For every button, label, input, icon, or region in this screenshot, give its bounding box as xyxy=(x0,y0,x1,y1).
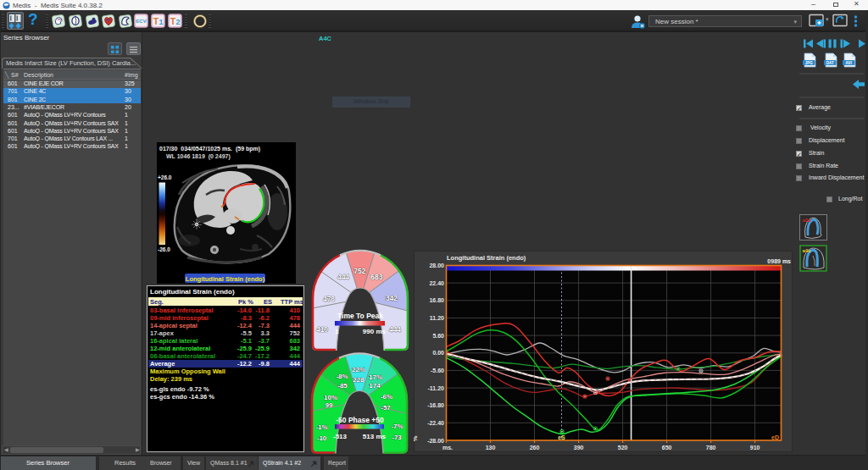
svg-text:-85: -85 xyxy=(337,382,348,390)
svg-text:-513: -513 xyxy=(333,433,348,440)
svg-text:0989 ms: 0989 ms xyxy=(767,258,791,264)
svg-text:10%: 10% xyxy=(324,394,337,401)
svg-text:683: 683 xyxy=(370,273,382,281)
svg-text:5.60: 5.60 xyxy=(432,333,444,339)
svg-text:%: % xyxy=(414,435,419,441)
svg-text:990 ms: 990 ms xyxy=(363,328,387,335)
svg-text:-10: -10 xyxy=(317,434,327,442)
svg-text:eD: eD xyxy=(771,434,779,440)
svg-text:513 ms: 513 ms xyxy=(363,433,387,440)
svg-text:-28.00: -28.00 xyxy=(427,438,444,444)
svg-text:17%: 17% xyxy=(369,373,382,381)
svg-text:Time To Peak: Time To Peak xyxy=(337,312,383,320)
svg-text:11.20: 11.20 xyxy=(430,315,444,321)
svg-text:478: 478 xyxy=(323,295,335,303)
svg-text:-11.20: -11.20 xyxy=(428,385,445,391)
svg-text:+26.0: +26.0 xyxy=(158,174,172,180)
svg-text:-73: -73 xyxy=(392,434,402,441)
svg-text:260: 260 xyxy=(530,445,540,451)
svg-text:-7%: -7% xyxy=(391,423,403,430)
svg-text:99: 99 xyxy=(326,401,333,409)
svg-text:JPG: JPG xyxy=(805,61,814,65)
svg-text:910: 910 xyxy=(750,445,760,451)
svg-text:-57: -57 xyxy=(381,404,391,412)
svg-text:174: 174 xyxy=(369,382,381,390)
svg-text:444: 444 xyxy=(337,273,349,281)
svg-text:650: 650 xyxy=(662,445,672,451)
svg-text:-5.60: -5.60 xyxy=(431,368,444,373)
svg-text:eS: eS xyxy=(558,434,565,440)
svg-text:Longitudinal Strain (endo): Longitudinal Strain (endo) xyxy=(447,254,526,262)
svg-text:017/30 034/0547/1025 ms. (59: 017/30 034/0547/1025 ms. (59 bpm) xyxy=(159,146,260,152)
svg-text:ECV: ECV xyxy=(136,19,146,24)
svg-text:390: 390 xyxy=(574,445,584,451)
svg-text:0.00: 0.00 xyxy=(432,350,444,356)
svg-text:22%: 22% xyxy=(352,366,365,373)
svg-text:2: 2 xyxy=(175,18,180,26)
svg-text:228: 228 xyxy=(353,376,364,384)
svg-text:WL 1046 1819 (0 2497): WL 1046 1819 (0 2497) xyxy=(166,153,231,160)
svg-text:444: 444 xyxy=(389,325,401,334)
svg-text:780: 780 xyxy=(706,445,716,451)
svg-text:a4c: a4c xyxy=(803,248,812,253)
svg-text:Longitudinal Strain (endo): Longitudinal Strain (endo) xyxy=(186,275,265,283)
svg-text:-8%: -8% xyxy=(336,373,348,380)
svg-text:16.80: 16.80 xyxy=(429,297,444,303)
svg-text:AVI: AVI xyxy=(846,61,852,65)
svg-text:130: 130 xyxy=(486,445,496,451)
svg-text:752: 752 xyxy=(353,267,365,275)
svg-text:1: 1 xyxy=(159,18,163,26)
svg-text:-22.40: -22.40 xyxy=(427,420,444,426)
svg-text:-16.80: -16.80 xyxy=(427,402,444,408)
svg-text:28.00: 28.00 xyxy=(429,263,444,268)
svg-text:410: 410 xyxy=(316,325,328,334)
svg-text:DAT: DAT xyxy=(826,61,834,65)
svg-text:-6%: -6% xyxy=(381,393,392,401)
svg-text:-1%: -1% xyxy=(315,423,327,431)
svg-text:342: 342 xyxy=(386,294,398,302)
svg-text:ms.: ms. xyxy=(442,445,453,451)
svg-text:22.40: 22.40 xyxy=(429,280,444,286)
svg-text:-26.0: -26.0 xyxy=(158,246,170,252)
svg-text:520: 520 xyxy=(618,445,628,451)
svg-text:-50 Phase +50: -50 Phase +50 xyxy=(336,416,384,424)
svg-text:1: 1 xyxy=(335,328,339,335)
svg-text:a2c: a2c xyxy=(803,218,812,223)
